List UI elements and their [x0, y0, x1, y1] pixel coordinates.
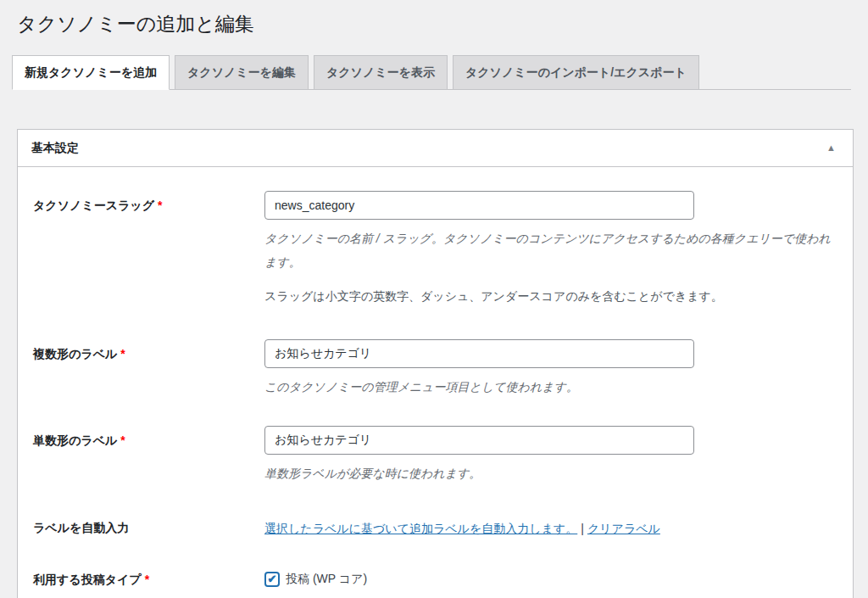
- field-row-plural-label: 複数形のラベル* このタクソノミーの管理メニュー項目として使われます。: [33, 339, 843, 399]
- page-title: タクソノミーの追加と編集: [17, 8, 851, 37]
- taxonomy-slug-label: タクソノミースラッグ: [33, 198, 154, 212]
- taxonomy-slug-note: スラッグは小文字の英数字、ダッシュ、アンダースコアのみを含むことができます。: [264, 285, 843, 308]
- panel-body: タクソノミースラッグ* タクソノミーの名前 / スラッグ。タクソノミーのコンテン…: [18, 167, 853, 588]
- basic-settings-panel: 基本設定 ▲ タクソノミースラッグ* タクソノミーの名前 / スラッグ。タクソノ…: [17, 129, 854, 598]
- admin-page: タクソノミーの追加と編集 新規タクソノミーを追加 タクソノミーを編集 タクソノミ…: [0, 0, 868, 598]
- singular-label-input[interactable]: [264, 426, 694, 455]
- field-row-auto-populate-labels: ラベルを自動入力 選択したラベルに基づいて追加ラベルを自動入力します。|クリアラ…: [33, 520, 843, 538]
- taxonomy-slug-input[interactable]: [264, 191, 694, 220]
- tab-view-taxonomy[interactable]: タクソノミーを表示: [314, 55, 448, 91]
- taxonomy-slug-description: タクソノミーの名前 / スラッグ。タクソノミーのコンテンツにアクセスするための各…: [264, 227, 843, 273]
- auto-populate-label: ラベルを自動入力: [33, 521, 129, 534]
- clear-labels-link[interactable]: クリアラベル: [587, 522, 660, 535]
- required-asterisk: *: [158, 198, 162, 212]
- panel-title: 基本設定: [31, 141, 79, 156]
- plural-label-description: このタクソノミーの管理メニュー項目として使われます。: [264, 376, 843, 399]
- tab-add-new-taxonomy[interactable]: 新規タクソノミーを追加: [12, 55, 170, 91]
- tab-import-export-taxonomy[interactable]: タクソノミーのインポート/エクスポート: [453, 55, 699, 91]
- required-asterisk: *: [120, 347, 125, 360]
- plural-label-label: 複数形のラベル: [33, 347, 117, 360]
- plural-label-input[interactable]: [264, 339, 694, 368]
- field-row-taxonomy-slug: タクソノミースラッグ* タクソノミーの名前 / スラッグ。タクソノミーのコンテン…: [33, 191, 843, 307]
- post-type-checkbox-post[interactable]: [264, 572, 280, 587]
- required-asterisk: *: [145, 573, 149, 586]
- panel-header[interactable]: 基本設定 ▲: [18, 130, 853, 167]
- populate-labels-link[interactable]: 選択したラベルに基づいて追加ラベルを自動入力します。: [264, 522, 577, 535]
- tab-edit-taxonomy[interactable]: タクソノミーを編集: [175, 55, 309, 91]
- tab-bar: 新規タクソノミーを追加 タクソノミーを編集 タクソノミーを表示 タクソノミーのイ…: [12, 55, 851, 91]
- singular-label-description: 単数形ラベルが必要な時に使われます。: [264, 462, 843, 485]
- singular-label-label: 単数形のラベル: [33, 433, 117, 447]
- field-row-singular-label: 単数形のラベル* 単数形ラベルが必要な時に使われます。: [33, 426, 843, 485]
- post-type-option-post[interactable]: 投稿 (WP コア): [264, 572, 843, 587]
- post-type-option-label: 投稿 (WP コア): [286, 572, 367, 587]
- post-types-label: 利用する投稿タイプ: [33, 573, 142, 586]
- link-separator: |: [581, 522, 584, 535]
- required-asterisk: *: [120, 433, 125, 447]
- collapse-toggle-icon[interactable]: ▲: [821, 138, 841, 158]
- field-row-post-types: 利用する投稿タイプ* 投稿 (WP コア): [33, 572, 843, 589]
